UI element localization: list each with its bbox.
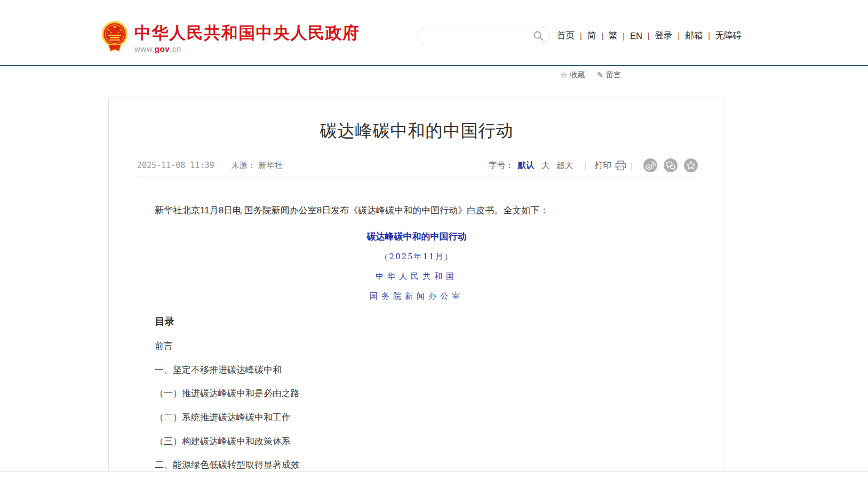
- meta-separator: |: [584, 161, 586, 170]
- nav-traditional[interactable]: 繁: [596, 30, 617, 42]
- toc-item: 一、坚定不移推进碳达峰碳中和: [137, 363, 697, 378]
- article-body: 新华社北京11月8日电 国务院新闻办公室8日发布《碳达峰碳中和的中国行动》白皮书…: [137, 203, 697, 488]
- source-label: 来源：: [232, 161, 256, 170]
- printer-icon: [615, 161, 626, 171]
- toc-item: （三）构建碳达峰碳中和政策体系: [137, 434, 697, 449]
- site-header: ★ ★ ★ ★ ★ 中华人民共和国中央人民政府 www.gov.cn: [0, 0, 868, 65]
- document-title: 碳达峰碳中和的中国行动: [137, 229, 697, 244]
- svg-text:★: ★: [120, 28, 122, 31]
- nav-home[interactable]: 首页: [557, 30, 575, 42]
- source-value: 新华社: [259, 161, 283, 170]
- article-meta-row: 2025-11-08 11:39 来源：新华社 字号： 默认 大 超大 | 打印: [137, 158, 698, 173]
- svg-text:★: ★: [117, 31, 120, 34]
- nav-mail[interactable]: 邮箱: [672, 30, 703, 42]
- comment-label: 留言: [606, 70, 621, 80]
- star-outline-icon: ☆: [560, 70, 567, 80]
- intro-paragraph: 新华社北京11月8日电 国务院新闻办公室8日发布《碳达峰碳中和的中国行动》白皮书…: [137, 203, 697, 218]
- page-title: 碳达峰碳中和的中国行动: [109, 119, 724, 143]
- search-box: [417, 27, 550, 44]
- url-www: www.: [134, 44, 155, 53]
- bottom-divider-line: [0, 471, 868, 488]
- toc-item: 二、能源绿色低碳转型取得显著成效: [137, 458, 697, 473]
- nav-accessibility[interactable]: 无障碍: [703, 30, 742, 42]
- toc-item-preface: 前言: [137, 339, 697, 354]
- nav-english[interactable]: EN: [617, 31, 642, 41]
- meta-divider-line: [137, 177, 698, 177]
- header-divider-line: [0, 65, 868, 66]
- weibo-share-icon[interactable]: [643, 158, 657, 172]
- share-icons: [643, 158, 698, 172]
- url-cn: .cn: [170, 44, 181, 53]
- document-org-country: 中华人民共和国: [137, 270, 697, 283]
- font-size-large[interactable]: 大: [541, 160, 550, 171]
- national-emblem-icon: ★ ★ ★ ★ ★: [101, 20, 128, 53]
- print-label: 打印: [595, 160, 611, 171]
- favorite-label: 收藏: [570, 70, 585, 80]
- toc-heading: 目录: [137, 314, 697, 330]
- source: 来源：新华社: [232, 161, 283, 171]
- document-date: （2025年11月）: [137, 250, 697, 263]
- search-icon[interactable]: [533, 30, 544, 41]
- document-org-office: 国务院新闻办公室: [137, 290, 697, 303]
- star-share-icon[interactable]: [684, 158, 698, 172]
- url-gov: gov: [155, 44, 170, 53]
- page: ★ ★ ★ ★ ★ 中华人民共和国中央人民政府 www.gov.cn: [0, 0, 868, 488]
- site-url: www.gov.cn: [134, 44, 360, 53]
- site-logo[interactable]: ★ ★ ★ ★ ★ 中华人民共和国中央人民政府 www.gov.cn: [101, 20, 360, 53]
- top-nav: 首页 简 繁 EN 登录 邮箱 无障碍: [557, 30, 742, 42]
- comment-button[interactable]: ✎ 留言: [596, 70, 621, 80]
- toc-item: （二）系统推进碳达峰碳中和工作: [137, 410, 697, 425]
- nav-simplified[interactable]: 简: [575, 30, 596, 42]
- meta-right: 字号： 默认 大 超大 | 打印 |: [489, 158, 698, 172]
- search-input[interactable]: [426, 28, 528, 43]
- svg-text:★: ★: [110, 31, 112, 34]
- nav-login[interactable]: 登录: [642, 30, 673, 42]
- toc-item: （一）推进碳达峰碳中和是必由之路: [137, 386, 697, 401]
- meta-separator: |: [631, 161, 633, 170]
- pencil-icon: ✎: [596, 70, 603, 80]
- favorite-button[interactable]: ☆ 收藏: [560, 70, 585, 80]
- font-size-label: 字号：: [489, 160, 514, 171]
- font-size-xlarge[interactable]: 超大: [556, 160, 573, 171]
- wechat-share-icon[interactable]: [664, 158, 678, 172]
- site-title: 中华人民共和国中央人民政府: [134, 23, 360, 43]
- publish-date: 2025-11-08 11:39: [137, 161, 214, 170]
- meta-left: 2025-11-08 11:39 来源：新华社: [137, 161, 283, 171]
- print-button[interactable]: 打印: [595, 160, 626, 171]
- svg-text:★: ★: [113, 25, 116, 29]
- article-card: 碳达峰碳中和的中国行动 2025-11-08 11:39 来源：新华社 字号： …: [108, 98, 725, 488]
- font-size-default[interactable]: 默认: [518, 160, 535, 171]
- page-tools: ☆ 收藏 ✎ 留言: [560, 70, 621, 80]
